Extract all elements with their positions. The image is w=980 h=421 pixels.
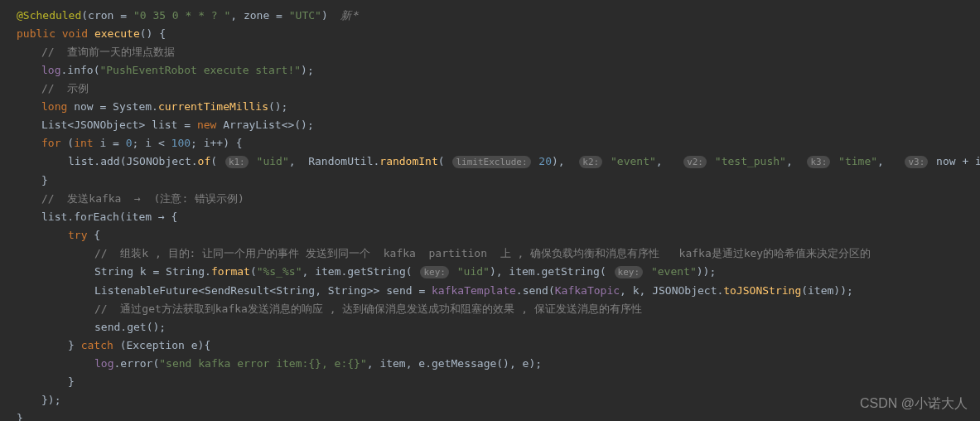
code-line: // 示例 [0, 80, 980, 98]
code-editor[interactable]: @Scheduled(cron = "0 35 0 * * ? ", zone … [0, 7, 980, 421]
code-line: list.forEach(item → { [0, 208, 980, 226]
code-line: log.error("send kafka error item:{}, e:{… [0, 355, 980, 373]
code-line: } [0, 172, 980, 190]
code-line: List<JSONObject> list = new ArrayList<>(… [0, 116, 980, 134]
watermark-text: CSDN @小诺大人 [860, 394, 968, 413]
code-line: } catch (Exception e){ [0, 336, 980, 355]
code-line: }); [0, 391, 980, 409]
code-line: ListenableFuture<SendResult<String, Stri… [0, 282, 980, 300]
code-line: String k = String.format("%s_%s", item.g… [0, 263, 980, 282]
code-line: for (int i = 0; i < 100; i++) { [0, 134, 980, 152]
code-line: send.get(); [0, 318, 980, 336]
code-line: try { [0, 226, 980, 244]
code-line: // 通过get方法获取到kafka发送消息的响应 , 达到确保消息发送成功和阻… [0, 300, 980, 318]
code-line: // 发送kafka → (注意: 错误示例) [0, 190, 980, 208]
code-line: public void execute() { [0, 25, 980, 43]
code-line: list.add(JSONObject.of( k1: "uid", Rando… [0, 152, 980, 172]
code-line: // 查询前一天的埋点数据 [0, 43, 980, 61]
code-line: } [0, 409, 980, 421]
code-line: log.info("PushEventRobot execute start!"… [0, 61, 980, 80]
code-line: } [0, 373, 980, 391]
code-line: @Scheduled(cron = "0 35 0 * * ? ", zone … [0, 7, 980, 25]
code-line: long now = System.currentTimeMillis(); [0, 98, 980, 116]
code-line: // 组装k , 目的: 让同一个用户的事件 发送到同一个 kafka part… [0, 244, 980, 263]
